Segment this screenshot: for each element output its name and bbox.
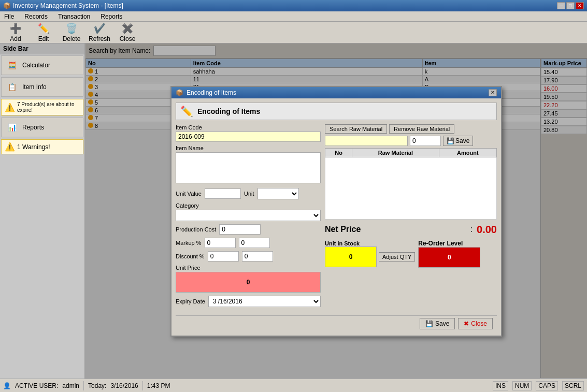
unit-price-display: 0	[176, 272, 321, 293]
menu-reports[interactable]: Reports	[98, 12, 124, 21]
net-price-row: Net Price : 0.00	[325, 224, 497, 236]
markup-row: Markup %	[176, 238, 321, 248]
unit-value-label: Unit Value	[176, 191, 202, 197]
minimize-button[interactable]: ─	[557, 2, 565, 9]
reorder-label: Re-Order Level	[418, 240, 480, 247]
discount-label: Discount %	[176, 253, 205, 259]
calculator-icon: 🧮	[5, 58, 19, 72]
encoding-dialog: 📦 Encoding of Items ✕ ✏️ Encoding of Ite…	[170, 86, 502, 337]
discount-input-2[interactable]	[242, 251, 273, 262]
maximize-button[interactable]: □	[566, 2, 575, 9]
add-button[interactable]: ➕ Add	[2, 23, 29, 42]
menu-file[interactable]: File	[2, 12, 16, 21]
content-area: Search by Item Name: No Item Code Item 1	[85, 43, 587, 379]
raw-material-amount-input[interactable]	[410, 136, 441, 146]
dialog-close-x-icon: ✖	[464, 320, 469, 327]
stock-row: Unit in Stock 0 Adjust QTY	[325, 240, 497, 268]
dialog-save-button[interactable]: 💾 Save	[420, 318, 455, 329]
delete-button[interactable]: 🗑️ Delete	[58, 23, 85, 42]
dialog-right-panel: Search Raw Material Remove Raw Material …	[325, 124, 497, 310]
dialog-title-bar: 📦 Encoding of Items ✕	[171, 87, 501, 98]
remove-raw-material-button[interactable]: Remove Raw Material	[389, 124, 454, 134]
raw-material-save-button[interactable]: 💾 Save	[443, 136, 473, 146]
expiry-date-row: Expiry Date 3 /16/2016	[176, 296, 321, 307]
main-toolbar: ➕ Add ✏️ Edit 🗑️ Delete ✔️ Refresh ✖️ Cl…	[0, 22, 587, 43]
edit-label: Edit	[38, 35, 49, 42]
item-name-input[interactable]	[176, 152, 321, 183]
raw-material-table: No Raw Material Amount	[325, 148, 497, 220]
markup-label: Markup %	[176, 240, 202, 246]
adjust-qty-button[interactable]: Adjust QTY	[379, 252, 415, 262]
item-name-label: Item Name	[176, 145, 321, 151]
sidebar-warnings[interactable]: ⚠️ 1 Warnings!	[1, 139, 83, 154]
refresh-label: Refresh	[89, 35, 110, 42]
category-group: Category	[176, 202, 321, 221]
dialog-close-label: Close	[471, 320, 487, 327]
dialog-save-label: Save	[435, 320, 449, 327]
production-cost-input[interactable]	[219, 224, 261, 235]
warning-icon: ⚠️	[5, 103, 15, 112]
menu-transaction[interactable]: Transaction	[56, 12, 92, 21]
expiry-date-select[interactable]: 3 /16/2016	[208, 296, 321, 307]
refresh-button[interactable]: ✔️ Refresh	[86, 23, 113, 42]
category-label: Category	[176, 202, 321, 209]
close-button[interactable]: ✖️ Close	[114, 23, 141, 42]
table-row	[325, 157, 497, 219]
unit-price-value: 0	[247, 279, 250, 286]
item-info-label: Item Info	[22, 83, 47, 91]
app-icon: 📦	[3, 2, 11, 9]
sidebar-expire-warning[interactable]: ⚠️ 7 Product(s) are about to expire!	[1, 99, 83, 115]
markup-input-1[interactable]	[205, 238, 236, 248]
warnings-text: 1 Warnings!	[17, 143, 50, 151]
raw-material-input[interactable]	[325, 136, 408, 146]
rm-col-no: No	[325, 148, 352, 157]
dialog-header-title: Encoding of Items	[197, 107, 260, 115]
unit-price-group: Unit Price 0	[176, 265, 321, 293]
dialog-close-button[interactable]: ✖ Close	[458, 318, 493, 329]
category-select[interactable]	[176, 210, 321, 221]
sidebar-item-calculator[interactable]: 🧮 Calculator	[1, 55, 83, 75]
expiry-date-label: Expiry Date	[176, 298, 205, 304]
rm-col-material: Raw Material	[352, 148, 439, 157]
reorder-value: 0	[448, 254, 451, 261]
item-code-input[interactable]	[176, 132, 321, 142]
close-window-button[interactable]: ✕	[576, 2, 584, 9]
expire-warning-text: 7 Product(s) are about to expire!	[17, 101, 80, 113]
close-label: Close	[120, 35, 136, 42]
save-floppy-icon: 💾	[425, 320, 433, 327]
edit-button[interactable]: ✏️ Edit	[30, 23, 57, 42]
unit-value-input[interactable]	[205, 188, 241, 199]
markup-input-2[interactable]	[239, 238, 270, 248]
title-bar-left: 📦 Inventory Management System - [Items]	[3, 2, 123, 9]
sidebar-title: Side Bar	[0, 43, 84, 54]
dialog-title-close-button[interactable]: ✕	[489, 89, 497, 96]
delete-icon: 🗑️	[66, 23, 77, 34]
item-name-group: Item Name	[176, 145, 321, 185]
net-price-colon: :	[470, 225, 473, 234]
sidebar: Side Bar 🧮 Calculator 📋 Item Info ⚠️ 7 P…	[0, 43, 85, 379]
sidebar-item-item-info[interactable]: 📋 Item Info	[1, 77, 83, 97]
reports-label: Reports	[22, 124, 44, 131]
unit-value-row: Unit Value Unit	[176, 188, 321, 199]
sidebar-item-reports[interactable]: 📊 Reports	[1, 118, 83, 137]
calculator-label: Calculator	[22, 62, 50, 69]
unit-select[interactable]	[257, 188, 299, 199]
item-info-icon: 📋	[5, 80, 19, 94]
dialog-app-icon: 📦	[176, 89, 183, 96]
menu-records[interactable]: Records	[22, 12, 50, 21]
title-bar-controls[interactable]: ─ □ ✕	[557, 2, 584, 9]
dialog-header: ✏️ Encoding of Items	[176, 103, 497, 120]
rm-col-amount: Amount	[439, 148, 496, 157]
net-price-value: 0.00	[477, 224, 497, 236]
search-raw-material-button[interactable]: Search Raw Material	[325, 124, 387, 134]
close-icon: ✖️	[122, 23, 133, 34]
menu-bar: File Records Transaction Reports	[0, 11, 587, 22]
stock-display-row: 0 Adjust QTY	[325, 246, 415, 267]
dialog-overlay: 📦 Encoding of Items ✕ ✏️ Encoding of Ite…	[85, 43, 587, 379]
item-code-label: Item Code	[176, 124, 321, 130]
dialog-body: ✏️ Encoding of Items Item Code It	[171, 98, 501, 336]
discount-input-1[interactable]	[208, 251, 239, 262]
add-label: Add	[10, 35, 21, 42]
rm-save-label: Save	[455, 137, 469, 144]
unit-in-stock-display: 0	[325, 246, 377, 267]
